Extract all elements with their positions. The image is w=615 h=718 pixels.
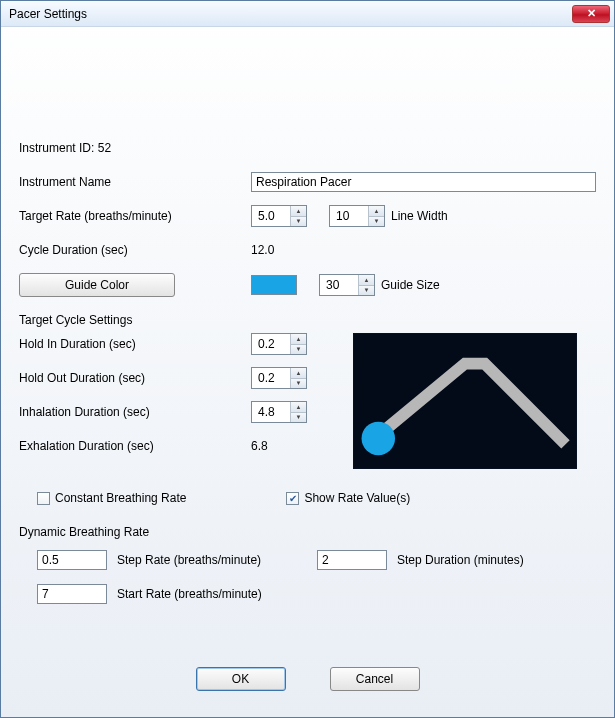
show-rate-values-checkbox[interactable]: ✔ Show Rate Value(s) (286, 491, 410, 505)
dialog-button-bar: OK Cancel (19, 653, 596, 709)
target-rate-input[interactable] (252, 206, 290, 226)
close-button[interactable]: ✕ (572, 5, 610, 23)
instrument-id-row: Instrument ID: 52 (19, 137, 596, 159)
dialog-content: Instrument ID: 52 Instrument Name Target… (1, 27, 614, 717)
chevron-up-icon[interactable]: ▲ (369, 206, 384, 217)
guide-color-swatch[interactable] (251, 275, 297, 295)
guide-size-spinner[interactable]: ▲ ▼ (319, 274, 375, 296)
inhalation-input[interactable] (252, 402, 290, 422)
titlebar: Pacer Settings ✕ (1, 1, 614, 27)
cycle-duration-label: Cycle Duration (sec) (19, 243, 251, 257)
window-title: Pacer Settings (9, 7, 572, 21)
instrument-name-row: Instrument Name (19, 171, 596, 193)
target-rate-spinner[interactable]: ▲ ▼ (251, 205, 307, 227)
step-rate-label: Step Rate (breaths/minute) (117, 553, 317, 567)
instrument-id-value: 52 (98, 141, 111, 155)
chevron-up-icon[interactable]: ▲ (291, 334, 306, 345)
chevron-up-icon[interactable]: ▲ (359, 275, 374, 286)
checkbox-icon: ✔ (286, 492, 299, 505)
guide-color-button[interactable]: Guide Color (19, 273, 175, 297)
hold-in-label: Hold In Duration (sec) (19, 337, 251, 351)
chevron-up-icon[interactable]: ▲ (291, 368, 306, 379)
hold-in-input[interactable] (252, 334, 290, 354)
cycle-duration-value: 12.0 (251, 243, 274, 257)
close-icon: ✕ (587, 7, 596, 20)
target-rate-row: Target Rate (breaths/minute) ▲ ▼ ▲ ▼ Lin… (19, 205, 596, 227)
guide-color-row: Guide Color ▲ ▼ Guide Size (19, 273, 596, 297)
guide-size-label: Guide Size (381, 278, 440, 292)
chevron-down-icon[interactable]: ▼ (291, 379, 306, 389)
checkbox-icon (37, 492, 50, 505)
step-duration-input[interactable] (317, 550, 387, 570)
chevron-down-icon[interactable]: ▼ (369, 217, 384, 227)
ok-button[interactable]: OK (196, 667, 286, 691)
target-rate-label: Target Rate (breaths/minute) (19, 209, 251, 223)
line-width-input[interactable] (330, 206, 368, 226)
hold-out-input[interactable] (252, 368, 290, 388)
chevron-up-icon[interactable]: ▲ (291, 402, 306, 413)
instrument-name-input[interactable] (251, 172, 596, 192)
instrument-name-label: Instrument Name (19, 175, 251, 189)
hold-in-spinner[interactable]: ▲ ▼ (251, 333, 307, 355)
cycle-duration-row: Cycle Duration (sec) 12.0 (19, 239, 596, 261)
svg-point-0 (362, 422, 396, 456)
pacer-preview (353, 333, 577, 469)
cancel-button[interactable]: Cancel (330, 667, 420, 691)
guide-size-input[interactable] (320, 275, 358, 295)
exhalation-value: 6.8 (251, 439, 268, 453)
dialog-window: Pacer Settings ✕ Instrument ID: 52 Instr… (0, 0, 615, 718)
dynamic-rate-label: Dynamic Breathing Rate (19, 525, 149, 539)
constant-rate-checkbox[interactable]: Constant Breathing Rate (37, 491, 186, 505)
show-rate-values-label: Show Rate Value(s) (304, 491, 410, 505)
target-cycle-settings-label: Target Cycle Settings (19, 313, 132, 327)
hold-out-spinner[interactable]: ▲ ▼ (251, 367, 307, 389)
hold-out-label: Hold Out Duration (sec) (19, 371, 251, 385)
start-rate-input[interactable] (37, 584, 107, 604)
line-width-label: Line Width (391, 209, 448, 223)
line-width-spinner[interactable]: ▲ ▼ (329, 205, 385, 227)
chevron-up-icon[interactable]: ▲ (291, 206, 306, 217)
inhalation-spinner[interactable]: ▲ ▼ (251, 401, 307, 423)
instrument-id-label: Instrument ID: (19, 141, 94, 155)
constant-rate-label: Constant Breathing Rate (55, 491, 186, 505)
chevron-down-icon[interactable]: ▼ (291, 345, 306, 355)
chevron-down-icon[interactable]: ▼ (291, 413, 306, 423)
start-rate-label: Start Rate (breaths/minute) (117, 587, 262, 601)
exhalation-label: Exhalation Duration (sec) (19, 439, 251, 453)
chevron-down-icon[interactable]: ▼ (291, 217, 306, 227)
inhalation-label: Inhalation Duration (sec) (19, 405, 251, 419)
chevron-down-icon[interactable]: ▼ (359, 286, 374, 296)
step-rate-input[interactable] (37, 550, 107, 570)
step-duration-label: Step Duration (minutes) (397, 553, 524, 567)
